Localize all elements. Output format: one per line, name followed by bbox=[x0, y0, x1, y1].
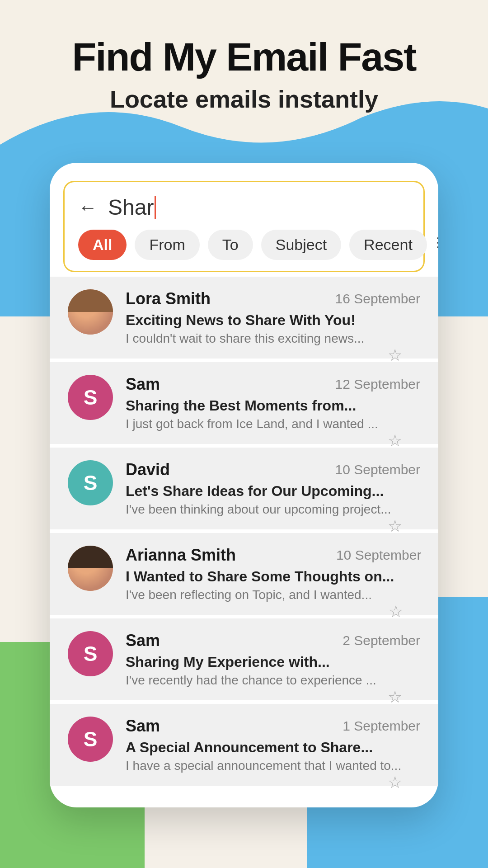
filter-tabs: AllFromToSubjectRecent bbox=[78, 230, 427, 260]
email-subject: Let's Share Ideas for Our Upcoming... bbox=[126, 483, 420, 500]
search-area: ← Shar AllFromToSubjectRecent bbox=[63, 181, 425, 272]
email-subject: Sharing the Best Moments from... bbox=[126, 397, 420, 414]
filter-tab-subject[interactable]: Subject bbox=[261, 230, 341, 260]
email-date: 10 September bbox=[335, 462, 420, 477]
email-content: Lora Smith16 SeptemberExciting News to S… bbox=[126, 289, 420, 346]
star-button[interactable]: ☆ bbox=[388, 431, 402, 450]
email-sender: Sam bbox=[126, 717, 160, 736]
email-sender: Sam bbox=[126, 375, 160, 394]
filter-tab-recent[interactable]: Recent bbox=[349, 230, 427, 260]
email-content: Sam2 SeptemberSharing My Experience with… bbox=[126, 631, 420, 688]
star-button[interactable]: ☆ bbox=[388, 517, 402, 536]
email-preview: I've recently had the chance to experien… bbox=[126, 673, 420, 688]
email-subject: Exciting News to Share With You! bbox=[126, 312, 420, 329]
email-preview: I've been thinking about our upcoming pr… bbox=[126, 502, 420, 517]
email-date: 12 September bbox=[335, 377, 420, 392]
avatar: S bbox=[68, 460, 113, 505]
search-query: Shar bbox=[108, 195, 154, 220]
filter-icon bbox=[435, 232, 438, 258]
email-preview: I couldn't wait to share this exciting n… bbox=[126, 331, 420, 346]
back-button[interactable]: ← bbox=[78, 197, 97, 218]
avatar: S bbox=[68, 375, 113, 420]
star-button[interactable]: ☆ bbox=[388, 688, 402, 707]
email-list-item[interactable]: SSam12 SeptemberSharing the Best Moments… bbox=[50, 362, 438, 444]
email-content: David10 SeptemberLet's Share Ideas for O… bbox=[126, 460, 420, 517]
app-title: Find My Email Fast bbox=[0, 36, 488, 78]
email-content: Sam12 SeptemberSharing the Best Moments … bbox=[126, 375, 420, 431]
email-preview: I've been reflecting on Topic, and I wan… bbox=[126, 588, 421, 602]
header-section: Find My Email Fast Locate emails instant… bbox=[0, 0, 488, 113]
star-button[interactable]: ☆ bbox=[388, 346, 402, 365]
phone-mockup: ← Shar AllFromToSubjectRecent bbox=[50, 163, 438, 807]
search-row: ← Shar bbox=[78, 195, 410, 220]
email-content: Sam1 SeptemberA Special Announcement to … bbox=[126, 717, 420, 773]
email-content: Arianna Smith10 SeptemberI Wanted to Sha… bbox=[126, 546, 421, 602]
filter-tab-all[interactable]: All bbox=[78, 230, 127, 260]
email-list-item[interactable]: Lora Smith16 SeptemberExciting News to S… bbox=[50, 277, 438, 359]
email-date: 10 September bbox=[336, 547, 421, 563]
email-list: Lora Smith16 SeptemberExciting News to S… bbox=[50, 277, 438, 786]
email-preview: I just got back from Ice Land, and I wan… bbox=[126, 417, 420, 431]
filter-tab-to[interactable]: To bbox=[208, 230, 253, 260]
avatar: S bbox=[68, 631, 113, 676]
text-cursor bbox=[155, 196, 156, 219]
filter-tab-from[interactable]: From bbox=[135, 230, 199, 260]
email-list-item[interactable]: SSam2 SeptemberSharing My Experience wit… bbox=[50, 618, 438, 700]
email-preview: I have a special announcement that I wan… bbox=[126, 759, 420, 773]
email-subject: A Special Announcement to Share... bbox=[126, 739, 420, 756]
email-sender: Sam bbox=[126, 631, 160, 650]
search-input[interactable]: Shar bbox=[108, 195, 410, 220]
email-date: 2 September bbox=[343, 633, 420, 648]
app-subtitle: Locate emails instantly bbox=[0, 85, 488, 113]
filter-settings-button[interactable] bbox=[435, 231, 438, 259]
email-list-item[interactable]: SDavid10 SeptemberLet's Share Ideas for … bbox=[50, 448, 438, 529]
avatar: S bbox=[68, 717, 113, 762]
email-subject: Sharing My Experience with... bbox=[126, 654, 420, 670]
email-list-item[interactable]: Arianna Smith10 SeptemberI Wanted to Sha… bbox=[50, 533, 438, 615]
star-button[interactable]: ☆ bbox=[388, 773, 402, 792]
email-list-item[interactable]: SSam1 SeptemberA Special Announcement to… bbox=[50, 704, 438, 786]
filter-row: AllFromToSubjectRecent bbox=[78, 230, 410, 260]
email-sender: David bbox=[126, 460, 170, 479]
email-date: 16 September bbox=[335, 291, 420, 307]
star-button[interactable]: ☆ bbox=[389, 602, 403, 621]
email-subject: I Wanted to Share Some Thoughts on... bbox=[126, 568, 421, 585]
email-sender: Lora Smith bbox=[126, 289, 211, 308]
email-date: 1 September bbox=[343, 718, 420, 734]
email-sender: Arianna Smith bbox=[126, 546, 236, 565]
